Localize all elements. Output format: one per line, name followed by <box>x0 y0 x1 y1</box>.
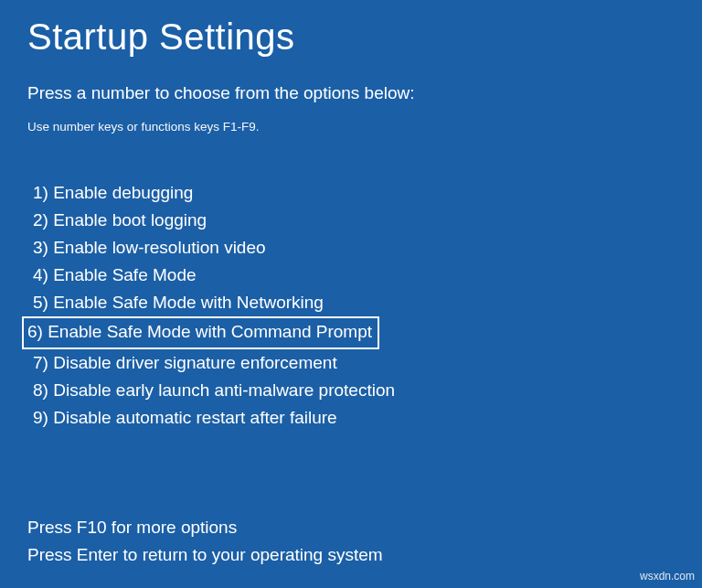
footer-instructions: Press F10 for more options Press Enter t… <box>27 514 675 568</box>
option-7[interactable]: 7) Disable driver signature enforcement <box>27 349 343 377</box>
option-3[interactable]: 3) Enable low-resolution video <box>27 234 271 262</box>
option-1[interactable]: 1) Enable debugging <box>27 179 198 207</box>
option-5[interactable]: 5) Enable Safe Mode with Networking <box>27 289 329 316</box>
option-2[interactable]: 2) Enable boot logging <box>27 207 212 234</box>
key-hint-text: Use number keys or functions keys F1-F9. <box>27 120 675 134</box>
return-text: Press Enter to return to your operating … <box>27 541 675 568</box>
option-4[interactable]: 4) Enable Safe Mode <box>27 262 202 289</box>
option-8[interactable]: 8) Disable early launch anti-malware pro… <box>27 377 400 404</box>
startup-settings-screen: Startup Settings Press a number to choos… <box>0 0 702 568</box>
boot-options-list: 1) Enable debugging 2) Enable boot loggi… <box>27 179 675 432</box>
page-title: Startup Settings <box>27 16 675 58</box>
more-options-text: Press F10 for more options <box>27 514 675 540</box>
watermark-text: wsxdn.com <box>640 570 695 583</box>
instruction-text: Press a number to choose from the option… <box>27 83 675 103</box>
option-9[interactable]: 9) Disable automatic restart after failu… <box>27 404 343 432</box>
option-6[interactable]: 6) Enable Safe Mode with Command Prompt <box>22 316 379 349</box>
